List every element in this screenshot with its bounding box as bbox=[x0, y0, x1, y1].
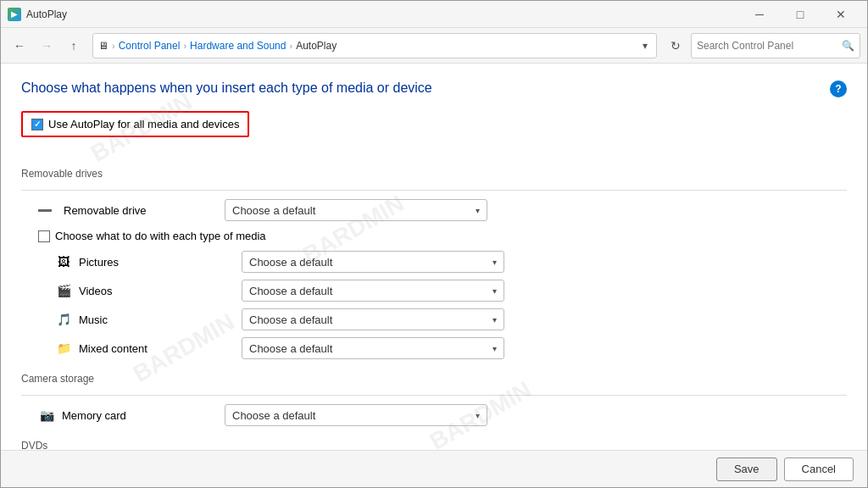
autoplay-checkbox-row[interactable]: ✓ Use AutoPlay for all media and devices bbox=[21, 111, 249, 137]
memory-card-dropdown-arrow: ▾ bbox=[476, 411, 480, 420]
autoplay-checkbox-container: ✓ Use AutoPlay for all media and devices bbox=[21, 111, 847, 154]
back-button[interactable]: ← bbox=[8, 34, 31, 58]
address-bar: 🖥 › Control Panel › Hardware and Sound ›… bbox=[92, 33, 657, 58]
memory-card-dropdown[interactable]: Choose a default ▾ bbox=[225, 404, 487, 426]
pictures-dropdown-value: Choose a default bbox=[249, 256, 332, 269]
forward-button[interactable]: → bbox=[35, 34, 58, 58]
videos-text: Videos bbox=[79, 285, 113, 297]
videos-icon: 🎬 bbox=[55, 282, 72, 299]
removable-drive-dropdown[interactable]: Choose a default ▾ bbox=[225, 199, 487, 221]
minimize-button[interactable]: ─ bbox=[740, 1, 779, 28]
memory-card-row: 📷 Memory card Choose a default ▾ bbox=[21, 404, 847, 426]
divider1 bbox=[21, 190, 847, 191]
address-dropdown-arrow[interactable]: ▾ bbox=[639, 38, 651, 53]
camera-storage-title: Camera storage bbox=[21, 373, 847, 385]
mixed-content-text: Mixed content bbox=[79, 342, 147, 355]
content-area: BARDMIN BARDMIN BARDMIN BARDMIN Choose w… bbox=[1, 64, 867, 450]
removable-drive-dropdown-arrow: ▾ bbox=[476, 206, 480, 215]
refresh-button[interactable]: ↻ bbox=[664, 34, 687, 58]
divider2 bbox=[21, 395, 847, 396]
page-title: Choose what happens when you insert each… bbox=[21, 80, 432, 96]
dvds-title: DVDs bbox=[21, 440, 847, 450]
search-box: 🔍 bbox=[691, 33, 860, 58]
removable-drives-title: Removable drives bbox=[21, 168, 847, 180]
music-dropdown-arrow: ▾ bbox=[492, 315, 497, 324]
pictures-text: Pictures bbox=[79, 256, 119, 269]
sep1: › bbox=[112, 41, 115, 51]
videos-dropdown-arrow: ▾ bbox=[492, 286, 497, 296]
mixed-content-icon: 📁 bbox=[55, 340, 72, 357]
title-bar-left: ▶ AutoPlay bbox=[8, 8, 67, 21]
drive-dash-icon bbox=[38, 209, 52, 212]
music-row: 🎵 Music Choose a default ▾ bbox=[21, 308, 847, 330]
music-text: Music bbox=[79, 313, 108, 326]
breadcrumb-icon: 🖥 bbox=[98, 40, 108, 52]
pictures-dropdown-arrow: ▾ bbox=[492, 258, 497, 267]
pictures-icon: 🖼 bbox=[55, 253, 72, 270]
maximize-button[interactable]: □ bbox=[781, 1, 820, 28]
memory-card-text: Memory card bbox=[62, 409, 126, 422]
mixed-content-dropdown[interactable]: Choose a default ▾ bbox=[242, 337, 504, 359]
page-header: Choose what happens when you insert each… bbox=[21, 80, 847, 97]
autoplay-checkbox-label: Use AutoPlay for all media and devices bbox=[48, 118, 239, 130]
check-mark: ✓ bbox=[34, 119, 41, 129]
mixed-content-row: 📁 Mixed content Choose a default ▾ bbox=[21, 337, 847, 359]
videos-dropdown[interactable]: Choose a default ▾ bbox=[242, 280, 504, 302]
sep2: › bbox=[183, 41, 186, 51]
save-button[interactable]: Save bbox=[716, 458, 777, 481]
music-icon: 🎵 bbox=[55, 311, 72, 328]
videos-label: 🎬 Videos bbox=[55, 282, 242, 299]
breadcrumb-autoplay: AutoPlay bbox=[296, 40, 337, 52]
search-icon: 🔍 bbox=[842, 40, 854, 52]
videos-row: 🎬 Videos Choose a default ▾ bbox=[21, 280, 847, 302]
mixed-content-dropdown-value: Choose a default bbox=[249, 342, 332, 355]
music-dropdown[interactable]: Choose a default ▾ bbox=[242, 308, 504, 330]
choose-media-label: Choose what to do with each type of medi… bbox=[55, 230, 266, 242]
choose-media-row: Choose what to do with each type of medi… bbox=[38, 230, 847, 242]
autoplay-checkbox[interactable]: ✓ bbox=[31, 119, 43, 130]
music-label: 🎵 Music bbox=[55, 311, 242, 328]
pictures-row: 🖼 Pictures Choose a default ▾ bbox=[21, 251, 847, 273]
title-bar: ▶ AutoPlay ─ □ ✕ bbox=[1, 1, 867, 28]
mixed-content-label: 📁 Mixed content bbox=[55, 340, 242, 357]
window-title: AutoPlay bbox=[26, 8, 67, 20]
videos-dropdown-value: Choose a default bbox=[249, 285, 332, 297]
removable-drive-text: Removable drive bbox=[64, 204, 147, 217]
bottom-bar: Save Cancel bbox=[1, 450, 867, 487]
dvds-section: DVDs 💿 DVD movie Choose a default ▾ 💿 En… bbox=[21, 440, 847, 450]
cancel-button[interactable]: Cancel bbox=[784, 458, 854, 481]
close-button[interactable]: ✕ bbox=[821, 1, 860, 28]
breadcrumb-control-panel[interactable]: Control Panel bbox=[119, 40, 181, 52]
removable-drives-section: Removable drives Removable drive Choose … bbox=[21, 168, 847, 359]
window-controls: ─ □ ✕ bbox=[740, 1, 860, 28]
pictures-label: 🖼 Pictures bbox=[55, 253, 242, 270]
search-input[interactable] bbox=[697, 40, 838, 52]
choose-media-checkbox[interactable] bbox=[38, 230, 50, 242]
autoplay-window: ▶ AutoPlay ─ □ ✕ ← → ↑ 🖥 › Control Panel… bbox=[0, 0, 868, 488]
removable-drive-row: Removable drive Choose a default ▾ bbox=[21, 199, 847, 221]
nav-bar: ← → ↑ 🖥 › Control Panel › Hardware and S… bbox=[1, 28, 867, 64]
pictures-dropdown[interactable]: Choose a default ▾ bbox=[242, 251, 504, 273]
removable-drive-label: Removable drive bbox=[38, 204, 225, 217]
breadcrumb-hardware-sound[interactable]: Hardware and Sound bbox=[190, 40, 286, 52]
choose-media-checkbox-row[interactable]: Choose what to do with each type of medi… bbox=[38, 230, 847, 242]
help-button[interactable]: ? bbox=[830, 80, 847, 97]
up-button[interactable]: ↑ bbox=[62, 34, 86, 58]
memory-card-dropdown-value: Choose a default bbox=[232, 409, 315, 422]
memory-card-icon: 📷 bbox=[38, 407, 55, 424]
autoplay-icon: ▶ bbox=[8, 8, 21, 21]
mixed-content-dropdown-arrow: ▾ bbox=[492, 344, 497, 353]
memory-card-label: 📷 Memory card bbox=[38, 407, 225, 424]
music-dropdown-value: Choose a default bbox=[249, 313, 332, 326]
removable-drive-dropdown-value: Choose a default bbox=[232, 204, 315, 217]
sep3: › bbox=[289, 41, 292, 51]
camera-storage-section: Camera storage 📷 Memory card Choose a de… bbox=[21, 373, 847, 426]
